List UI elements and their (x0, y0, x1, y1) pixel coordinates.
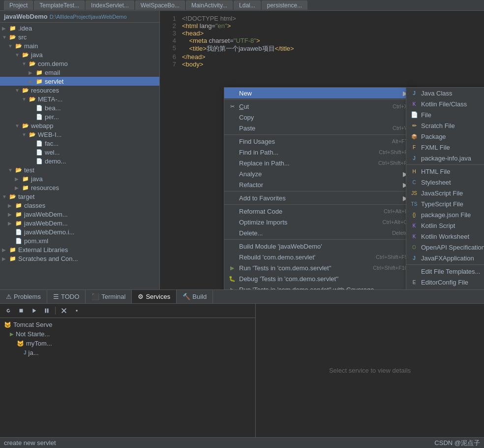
tree-label-jwd1: javaWebDem... (24, 211, 68, 218)
tree-javawebdem1[interactable]: ▶ 📁 javaWebDem... (0, 210, 159, 219)
tree-webinf[interactable]: ▼ 📂 WEB-I... (0, 130, 159, 139)
tree-extlibs[interactable]: ▶ 📁 External Libraries (0, 245, 159, 254)
menu-item-reformatcode[interactable]: Reformat Code Ctrl+Alt+L (224, 206, 414, 217)
tree-bea[interactable]: 📄 bea... (0, 103, 159, 112)
submenu-new-javaclass[interactable]: J Java Class (406, 88, 484, 98)
submenu-new-packagejsonfile[interactable]: {} package.json File (406, 209, 484, 220)
service-item-ja[interactable]: J ja... (2, 348, 253, 357)
project-tree[interactable]: ▶ 📁 .idea ▼ 📂 src ▼ 📂 main ▼ 📂 j (0, 23, 159, 289)
services-pause-button[interactable] (41, 305, 52, 316)
tree-classes[interactable]: ▶ 📁 classes (0, 201, 159, 210)
bottom-tab-problems[interactable]: ⚠ Problems (0, 290, 47, 303)
tree-servlet[interactable]: ▶ 📁 servlet (0, 77, 159, 86)
service-item-mytom[interactable]: 🐱 myTom... (2, 339, 253, 348)
menu-item-debugtests[interactable]: 🐛 Debug 'Tests in 'com.demo.servlet'' (224, 273, 414, 284)
submenu-new-file[interactable]: 📄 File (406, 109, 484, 120)
submenu-new-kotlinclass[interactable]: K Kotlin File/Class (406, 98, 484, 109)
tab-welspacebo[interactable]: WelSpaceBo... (135, 0, 185, 10)
menu-item-findusages[interactable]: Find Usages Alt+F7 (224, 136, 414, 147)
tree-test-java[interactable]: ▶ 📁 java (0, 174, 159, 183)
tree-scratches[interactable]: ▶ 📁 Scratches and Con... (0, 254, 159, 263)
services-clear-button[interactable] (59, 305, 69, 316)
submenu-new-javafxapp[interactable]: J JavaFXApplication (406, 253, 484, 263)
editor-content[interactable]: 1 <!DOCTYPE html> 2 <html lang="en"> 3 <… (160, 11, 484, 289)
tree-label-test-resources: resources (31, 184, 59, 192)
submenu-new-kotlinscript[interactable]: K Kotlin Script (406, 220, 484, 231)
menu-item-rebuild[interactable]: Rebuild 'com.demo.servlet' Ctrl+Shift+F9 (224, 252, 414, 262)
service-item-notstarted[interactable]: ▶ Not Starte... (2, 329, 253, 339)
services-resume-button[interactable] (29, 305, 39, 316)
tree-webapp[interactable]: ▼ 📂 webapp (0, 121, 159, 130)
services-settings-button[interactable] (71, 305, 82, 316)
menu-item-buildmodule[interactable]: Build Module 'javaWebDemo' (224, 241, 414, 252)
menu-item-copy[interactable]: Copy (224, 112, 414, 123)
tree-target[interactable]: ▼ 📂 target (0, 192, 159, 201)
tree-main[interactable]: ▼ 📂 main (0, 41, 159, 50)
tab-indexservlet[interactable]: IndexServlet... (86, 0, 134, 10)
findinpath-shortcut: Ctrl+Shift+F (369, 149, 408, 155)
services-rerun-button[interactable] (3, 305, 14, 316)
submenu-new-openapispec[interactable]: O OpenAPI Specification (406, 242, 484, 253)
menu-item-analyze[interactable]: Analyze ▶ (224, 168, 414, 179)
submenu-new-editorconfigfile[interactable]: E EditorConfig File (406, 277, 484, 288)
menu-item-replaceinpath[interactable]: Replace in Path... Ctrl+Shift+R (224, 158, 414, 168)
services-tree[interactable]: 🐱 Tomcat Serve ▶ Not Starte... 🐱 myTom..… (0, 318, 255, 437)
submenu-new-stylesheet[interactable]: C Stylesheet (406, 177, 484, 188)
tab-ldal[interactable]: Ldal... (234, 0, 261, 10)
line-number-3: 3 (164, 30, 176, 37)
tree-per[interactable]: 📄 per... (0, 112, 159, 121)
tomcat-icon: 🐱 (4, 321, 11, 328)
tree-fac[interactable]: 📄 fac... (0, 139, 159, 148)
bottom-tab-todo[interactable]: ☰ TODO (47, 290, 86, 303)
service-item-tomcat[interactable]: 🐱 Tomcat Serve (2, 320, 253, 329)
menu-item-cut[interactable]: ✂ Cut Ctrl+X (224, 101, 414, 112)
menu-item-addtofav[interactable]: Add to Favorites ▶ (224, 192, 414, 203)
menu-item-delete[interactable]: Delete... Delete (224, 227, 414, 238)
tab-persistence[interactable]: persistence... (262, 0, 307, 10)
tree-idea[interactable]: ▶ 📁 .idea (0, 24, 159, 32)
tree-src[interactable]: ▼ 📂 src (0, 32, 159, 41)
addtofav-arrow-icon: ▶ (403, 194, 408, 202)
paste-icon (228, 124, 236, 132)
tree-label-test-java: java (31, 175, 43, 183)
tree-comdemo[interactable]: ▼ 📂 com.demo (0, 59, 159, 68)
tab-project[interactable]: Project (4, 0, 33, 10)
submenu-new-htmlfile[interactable]: H HTML File (406, 166, 484, 177)
tab-templatetest[interactable]: TemplateTest... (34, 0, 85, 10)
tree-javawebdem2[interactable]: ▶ 📁 javaWebDem... (0, 219, 159, 227)
tab-mainactivity[interactable]: MainActivity... (186, 0, 233, 10)
tree-java[interactable]: ▼ 📂 java (0, 50, 159, 59)
tree-test[interactable]: ▼ 📂 test (0, 165, 159, 174)
menu-item-runtestscoverage[interactable]: ▶ Run 'Tests in 'com.demo.servlet'' with… (224, 284, 414, 289)
submenu-new-kotlinworksheet[interactable]: K Kotlin Worksheet (406, 231, 484, 242)
submenu-new-package[interactable]: 📦 Package (406, 131, 484, 142)
submenu-new-packageinfojava[interactable]: J package-info.java (406, 153, 484, 163)
bottom-tab-build[interactable]: 🔨 Build (177, 290, 213, 303)
submenu-new-typescriptfile[interactable]: TS TypeScript File (406, 198, 484, 209)
submenu-new-editfiletemplates[interactable]: Edit File Templates... (406, 266, 484, 277)
submenu-new-swinguidesigner[interactable]: Swing UI Designer ▶ (406, 288, 484, 289)
submenu-new-fxmlfile[interactable]: F FXML File (406, 142, 484, 153)
tree-meta[interactable]: ▼ 📂 META-... (0, 95, 159, 103)
context-menu[interactable]: New ▶ ✂ Cut Ctrl+X Copy (224, 87, 414, 289)
tree-javawebdemoi[interactable]: 📄 javaWebDemo.i... (0, 227, 159, 236)
tree-pomxml[interactable]: 📄 pom.xml (0, 236, 159, 245)
tree-resources[interactable]: ▼ 📂 resources (0, 86, 159, 95)
bottom-tab-terminal[interactable]: ⬛ Terminal (86, 290, 132, 303)
menu-item-optimizeimports[interactable]: Optimize Imports Ctrl+Alt+O (224, 217, 414, 227)
menu-item-refactor[interactable]: Refactor ▶ (224, 179, 414, 190)
tree-email[interactable]: ▶ 📁 email (0, 68, 159, 77)
services-stop-button[interactable] (16, 305, 27, 316)
submenu-new-javascriptfile[interactable]: JS JavaScript File (406, 188, 484, 198)
menu-item-runtests[interactable]: ▶ Run 'Tests in 'com.demo.servlet'' Ctrl… (224, 262, 414, 273)
submenu-new-scratchfile[interactable]: ✏ Scratch File Ctrl+Alt+Shift+Insert (406, 120, 484, 131)
tree-wel[interactable]: 📄 wel... (0, 148, 159, 157)
menu-item-findinpath[interactable]: Find in Path... Ctrl+Shift+F (224, 147, 414, 158)
tree-test-resources[interactable]: ▶ 📁 resources (0, 183, 159, 192)
submenu-new[interactable]: J Java Class K Kotlin File/Class 📄 File (406, 87, 484, 289)
tree-demo[interactable]: 📄 demo... (0, 157, 159, 165)
menu-item-new[interactable]: New ▶ (224, 88, 414, 98)
menu-label-cut: Cut (239, 103, 249, 110)
bottom-tab-services[interactable]: ⚙ Services (132, 290, 177, 303)
menu-item-paste[interactable]: Paste Ctrl+V (224, 123, 414, 133)
